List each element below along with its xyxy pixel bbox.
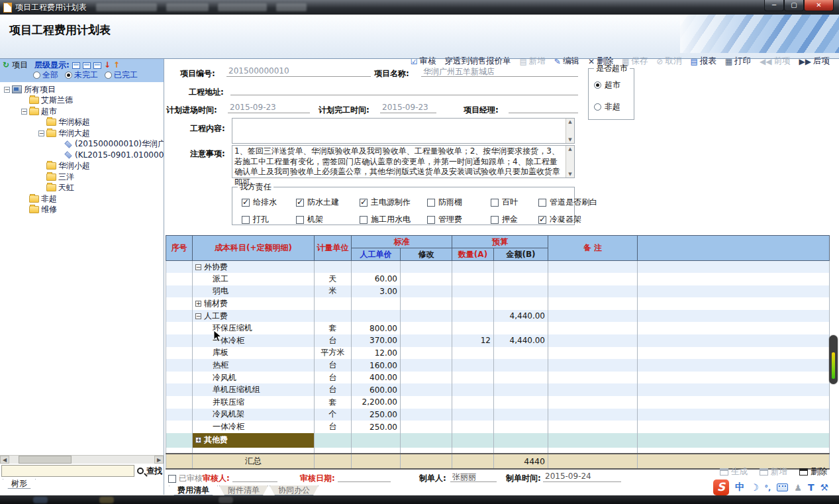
generate-button[interactable]: 生成: [720, 466, 748, 478]
moon-icon[interactable]: ☽: [750, 482, 759, 493]
toolbar-button-report[interactable]: ▤报表: [690, 56, 716, 67]
radio-icon[interactable]: [105, 72, 112, 79]
radio-超市[interactable]: 超市: [594, 79, 620, 91]
tree-item[interactable]: −超市: [0, 106, 164, 117]
radio-icon[interactable]: [594, 81, 601, 89]
collapse-icon[interactable]: −: [4, 87, 10, 93]
table-row[interactable]: 冷风机台400.00: [166, 372, 830, 384]
table-row[interactable]: 一体冷柜台250.00: [166, 421, 830, 433]
keyboard-icon[interactable]: [777, 483, 788, 491]
close-button[interactable]: ✕: [804, 0, 834, 11]
table-row[interactable]: 单机压缩机组台600.00: [166, 383, 830, 396]
checkbox-icon[interactable]: [360, 216, 368, 224]
table-row[interactable]: 库板平方米12.00: [166, 347, 830, 360]
table-row[interactable]: +其他费: [166, 433, 830, 448]
tree-item[interactable]: 维修: [0, 205, 164, 216]
refresh-icon[interactable]: ↻: [3, 60, 9, 70]
tree-item[interactable]: 三洋: [0, 172, 164, 183]
checkbox-管理费[interactable]: 管理费: [427, 214, 462, 225]
content-textarea[interactable]: ▲▼: [232, 118, 575, 144]
chinese-mode-icon[interactable]: 中: [735, 481, 744, 493]
checkbox-icon[interactable]: [491, 216, 499, 224]
toolbar-button-audit[interactable]: ☑审核: [411, 56, 436, 67]
notes-textarea[interactable]: 1、签回三洋送货单、华润版验收单及我司验收单、工程量验收单；2、按华润要求接货，…: [232, 145, 575, 178]
toolbar-button-cancel[interactable]: ⊘取消: [656, 56, 681, 67]
table-row[interactable]: [166, 448, 830, 454]
table-row[interactable]: 热柜台160.00: [166, 359, 830, 372]
checkbox-防水土建[interactable]: 防水土建: [296, 197, 339, 208]
tab-协同办公[interactable]: 协同办公: [270, 485, 319, 495]
punctuation-icon[interactable]: °,: [765, 483, 771, 492]
checkbox-icon[interactable]: [427, 216, 435, 224]
tab-费用清单[interactable]: 费用清单: [169, 485, 218, 495]
tree-item[interactable]: 艾斯兰德: [0, 95, 164, 107]
taskbar-item[interactable]: [99, 497, 114, 503]
toolbar-button-print[interactable]: ▦打印: [725, 56, 751, 67]
project-name-field[interactable]: 华润广州五羊新城店: [421, 66, 578, 77]
search-button[interactable]: 查找: [146, 466, 162, 477]
audit-date-field[interactable]: [338, 472, 391, 482]
tree-horizontal-scrollbar[interactable]: ◀ ▶: [0, 455, 164, 464]
checkbox-管道是否刷白[interactable]: 管道是否刷白: [538, 197, 597, 208]
scroll-up-icon[interactable]: ▲: [568, 119, 571, 125]
toolbar-button-drill-to-quote[interactable]: 穿透到销售报价单: [445, 56, 511, 67]
collapse-icon[interactable]: −: [195, 264, 201, 270]
delete-row-button[interactable]: 删除: [799, 466, 827, 478]
checkbox-icon[interactable]: [491, 199, 499, 207]
audited-checkbox[interactable]: [168, 475, 176, 483]
checkbox-押金[interactable]: 押金: [491, 214, 518, 225]
tree-item[interactable]: −所有项目: [0, 84, 164, 95]
checkbox-icon[interactable]: [360, 199, 368, 207]
checkbox-打孔[interactable]: 打孔: [242, 214, 269, 225]
notes-scrollbar[interactable]: ▲▼: [566, 146, 574, 177]
windows-taskbar[interactable]: [0, 495, 839, 504]
expand-icon[interactable]: +: [195, 301, 201, 307]
table-row[interactable]: 冷风机架个250.00: [166, 409, 830, 421]
radio-icon[interactable]: [65, 72, 72, 79]
minimize-button[interactable]: ─: [764, 0, 784, 11]
maximize-button[interactable]: ▢: [784, 0, 804, 11]
search-input[interactable]: [1, 465, 134, 477]
content-scrollbar[interactable]: ▲▼: [566, 119, 574, 143]
expand-icon[interactable]: +: [195, 437, 201, 443]
checkbox-icon[interactable]: [296, 199, 304, 207]
view-mode3-icon[interactable]: [93, 62, 101, 69]
tree-item[interactable]: 华润小超: [0, 161, 164, 172]
filter-全部[interactable]: 全部: [33, 70, 58, 80]
tree-item[interactable]: −华润大超: [0, 128, 164, 139]
checkbox-百叶[interactable]: 百叶: [491, 197, 518, 208]
checkbox-机架[interactable]: 机架: [296, 214, 323, 225]
taskbar-item[interactable]: [33, 497, 48, 503]
make-time-field[interactable]: 2015-09-24: [543, 472, 621, 482]
taskbar-item[interactable]: [219, 497, 233, 503]
checkbox-icon[interactable]: [538, 216, 546, 224]
tree-item[interactable]: 天虹: [0, 183, 164, 194]
checkbox-icon[interactable]: [242, 199, 250, 207]
table-row[interactable]: 派工天60.00: [166, 273, 830, 285]
collapse-icon[interactable]: −: [21, 109, 27, 115]
checkbox-icon[interactable]: [538, 199, 546, 207]
checkbox-防雨棚[interactable]: 防雨棚: [427, 197, 462, 208]
collapse-icon[interactable]: −: [195, 313, 201, 319]
table-row[interactable]: 并联压缩套2,200.00: [166, 396, 830, 409]
checkbox-icon[interactable]: [296, 216, 304, 224]
address-field[interactable]: [230, 85, 578, 95]
table-row[interactable]: 弱电米3.00: [166, 285, 830, 298]
table-row[interactable]: 环保压缩机套800.00: [166, 322, 830, 334]
filter-已完工[interactable]: 已完工: [105, 70, 138, 80]
account-icon[interactable]: ♟: [794, 483, 802, 493]
maker-field[interactable]: 张丽丽: [450, 472, 497, 482]
radio-非超[interactable]: 非超: [594, 101, 620, 113]
scroll-up-icon[interactable]: ▲: [568, 146, 571, 152]
collapse-icon[interactable]: −: [38, 130, 44, 136]
checkbox-给排水[interactable]: 给排水: [242, 197, 277, 208]
checkbox-冷凝器架[interactable]: 冷凝器架: [538, 214, 581, 225]
skin-icon[interactable]: T: [808, 482, 814, 493]
checkbox-icon[interactable]: [427, 199, 435, 207]
tree-item[interactable]: 非超: [0, 193, 164, 205]
toolbar-button-add[interactable]: ▤新增: [520, 56, 546, 67]
start-date-field[interactable]: 2015-09-23: [228, 103, 310, 113]
tree-item[interactable]: (KL2015-0901.0100001)华: [0, 150, 164, 161]
checkbox-施工用水电[interactable]: 施工用水电: [360, 214, 411, 225]
scroll-right-icon[interactable]: ▶: [154, 456, 164, 464]
